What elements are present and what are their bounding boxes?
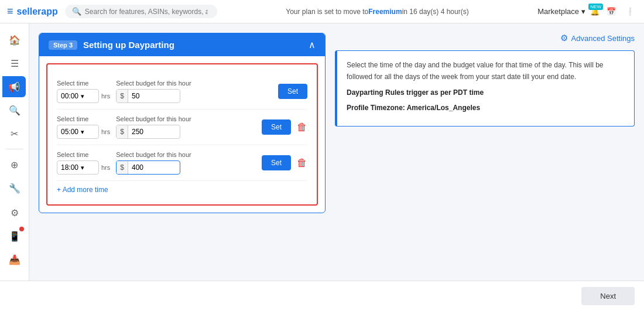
time-group-1: Select time 00:00 hrs xyxy=(57,80,110,103)
dollar-sign-1: $ xyxy=(117,90,128,102)
step-title: Setting up Dayparting xyxy=(83,40,174,50)
dollar-sign-2: $ xyxy=(117,125,128,138)
topnav-right: Marketplace ▾ 🔔 NEW 📅 ❕ xyxy=(537,5,637,19)
hrs-label-3: hrs xyxy=(101,164,110,171)
topnav: ≡ sellerapp 🔍 Your plan is set to move t… xyxy=(0,0,644,23)
budget-group-1: Select budget for this hour $ xyxy=(116,80,272,103)
set-button-1[interactable]: Set xyxy=(278,84,307,99)
info-card: Select the time of the day and the budge… xyxy=(335,50,635,127)
chevron-down-icon: ▾ xyxy=(581,7,585,16)
time-select-1[interactable]: 00:00 xyxy=(57,89,99,103)
plan-type: Freemium xyxy=(368,8,402,16)
budget-input-wrap-1: $ xyxy=(116,89,180,103)
budget-group-2: Select budget for this hour $ xyxy=(116,115,256,139)
bottom-bar: Next xyxy=(0,281,644,311)
advanced-settings-label: Advanced Settings xyxy=(571,34,635,43)
hrs-label-2: hrs xyxy=(101,128,110,135)
gear-icon: ⚙ xyxy=(560,33,568,43)
alert-icon[interactable]: ❕ xyxy=(623,5,637,19)
content-area: Step 3 Setting up Dayparting ∧ Select ti… xyxy=(29,23,644,281)
time-select-wrap-2: 05:00 hrs xyxy=(57,125,110,139)
info-text: Select the time of the day and the budge… xyxy=(347,59,625,83)
marketplace-label: Marketplace xyxy=(537,7,579,16)
dollar-sign-3: $ xyxy=(117,161,128,174)
sidebar-item-campaigns[interactable]: 📢 xyxy=(2,76,26,97)
time-group-2: Select time 05:00 hrs xyxy=(57,115,110,139)
chevron-down-icon xyxy=(81,128,84,136)
step-badge: Step 3 xyxy=(49,40,77,50)
add-more-time-link[interactable]: + Add more time xyxy=(57,181,307,195)
table-row: Select time 05:00 hrs Select budget for … xyxy=(57,110,307,145)
time-select-wrap-1: 00:00 hrs xyxy=(57,89,110,103)
sidebar-item-add[interactable]: ⊕ xyxy=(4,154,25,175)
plan-time: in 16 day(s) 4 hour(s) xyxy=(402,8,469,16)
next-button[interactable]: Next xyxy=(581,287,635,305)
time-select-2[interactable]: 05:00 xyxy=(57,125,99,139)
set-button-3[interactable]: Set xyxy=(262,155,291,170)
budget-input-wrap-3: $ xyxy=(116,160,180,175)
logo-icon: ≡ xyxy=(7,5,13,18)
search-bar[interactable]: 🔍 xyxy=(65,5,217,18)
sidebar-item-download[interactable]: 📥 xyxy=(4,249,25,270)
sidebar-item-gear[interactable]: ⚙ xyxy=(4,202,25,223)
search-icon: 🔍 xyxy=(72,7,81,16)
advanced-settings-link[interactable]: ⚙ Advanced Settings xyxy=(335,33,635,43)
sidebar-item-list[interactable]: ☰ xyxy=(4,53,25,74)
table-row: Select time 00:00 hrs Select budget for … xyxy=(57,74,307,110)
time-label-1: Select time xyxy=(57,80,110,87)
step-card: Step 3 Setting up Dayparting ∧ Select ti… xyxy=(39,33,326,213)
sidebar: 🏠 ☰ 📢 🔍 ✂ ⊕ 🔧 ⚙ 📱 📥 xyxy=(0,23,29,281)
budget-label-2: Select budget for this hour xyxy=(116,115,256,122)
main-layout: 🏠 ☰ 📢 🔍 ✂ ⊕ 🔧 ⚙ 📱 📥 Step 3 Setting up Da… xyxy=(0,23,644,281)
sidebar-item-home[interactable]: 🏠 xyxy=(4,29,25,50)
step-header-left: Step 3 Setting up Dayparting xyxy=(49,40,174,50)
logo: ≡ sellerapp xyxy=(7,5,58,18)
budget-input-2[interactable] xyxy=(128,125,169,138)
chevron-down-icon xyxy=(81,163,84,172)
time-group-3: Select time 18:00 hrs xyxy=(57,151,110,175)
rule1-text: Dayparting Rules trigger as per PDT time xyxy=(347,87,625,98)
sidebar-bottom: ⚙ 📱 📥 xyxy=(4,202,25,275)
delete-button-2[interactable]: 🗑 xyxy=(297,122,307,132)
table-row: Select time 18:00 hrs Select budget for … xyxy=(57,145,307,181)
time-select-3[interactable]: 18:00 xyxy=(57,160,99,175)
plan-notice: Your plan is set to move to Freemium in … xyxy=(224,8,530,16)
left-panel: Step 3 Setting up Dayparting ∧ Select ti… xyxy=(39,33,326,271)
time-rules-container: Select time 00:00 hrs Select budget for … xyxy=(46,63,318,206)
time-value-1: 00:00 xyxy=(61,92,78,100)
calendar-icon[interactable]: 📅 xyxy=(604,5,618,19)
sidebar-item-analytics[interactable]: 🔍 xyxy=(4,100,25,121)
chevron-down-icon xyxy=(81,92,84,100)
search-input[interactable] xyxy=(85,8,208,16)
budget-input-3[interactable] xyxy=(128,161,169,174)
rule2-text: Profile Timezone: America/Los_Angeles xyxy=(347,102,625,114)
budget-input-1[interactable] xyxy=(128,90,169,102)
time-label-2: Select time xyxy=(57,115,110,122)
collapse-icon[interactable]: ∧ xyxy=(309,39,316,50)
budget-group-3: Select budget for this hour $ xyxy=(116,151,256,175)
budget-label-1: Select budget for this hour xyxy=(116,80,272,87)
delete-button-3[interactable]: 🗑 xyxy=(297,158,307,168)
notification-bell[interactable]: 🔔 NEW xyxy=(590,7,600,16)
budget-input-wrap-2: $ xyxy=(116,125,180,139)
time-value-2: 05:00 xyxy=(61,128,78,136)
sidebar-item-settings[interactable]: 🔧 xyxy=(4,177,25,199)
sidebar-divider xyxy=(6,149,23,149)
time-select-wrap-3: 18:00 hrs xyxy=(57,160,110,175)
plan-notice-text: Your plan is set to move to xyxy=(286,8,368,16)
logo-text: sellerapp xyxy=(17,6,58,17)
marketplace-button[interactable]: Marketplace ▾ xyxy=(537,7,585,16)
sidebar-item-tools[interactable]: ✂ xyxy=(4,123,25,144)
time-value-3: 18:00 xyxy=(61,163,78,172)
step-header: Step 3 Setting up Dayparting ∧ xyxy=(39,33,325,56)
right-panel: ⚙ Advanced Settings Select the time of t… xyxy=(335,33,635,271)
new-badge: NEW xyxy=(588,4,603,10)
sidebar-item-phone[interactable]: 📱 xyxy=(4,225,25,247)
hrs-label-1: hrs xyxy=(101,93,110,100)
budget-label-3: Select budget for this hour xyxy=(116,151,256,158)
set-button-2[interactable]: Set xyxy=(262,119,291,135)
time-label-3: Select time xyxy=(57,151,110,158)
